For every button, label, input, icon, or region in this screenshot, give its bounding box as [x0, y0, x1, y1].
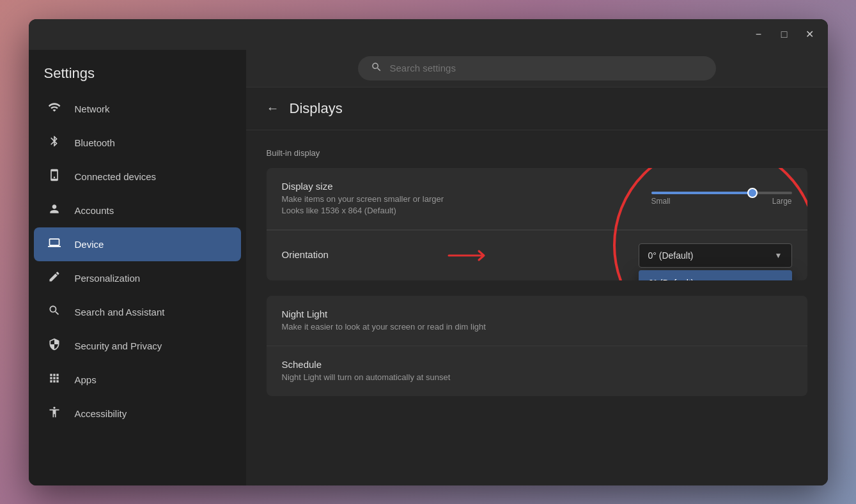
sidebar-item-personalization[interactable]: Personalization	[29, 261, 246, 295]
sidebar-item-accessibility-label: Accessibility	[75, 408, 127, 419]
sidebar-item-network[interactable]: Network	[29, 92, 246, 126]
laptop-icon	[47, 236, 62, 252]
display-size-slider[interactable]: Small Large	[651, 192, 792, 206]
sidebar-item-apps-label: Apps	[75, 374, 97, 385]
devices-icon	[47, 169, 62, 185]
display-size-info: Display size Make items on your screen s…	[282, 181, 651, 217]
wifi-icon	[47, 101, 62, 117]
night-light-row: Night Light Make it easier to look at yo…	[267, 296, 807, 346]
display-size-card: Display size Make items on your screen s…	[267, 168, 807, 280]
maximize-button[interactable]: □	[777, 27, 792, 42]
night-light-card: Night Light Make it easier to look at yo…	[267, 296, 807, 396]
schedule-label: Schedule	[282, 359, 792, 370]
sidebar-item-accounts[interactable]: Accounts	[29, 194, 246, 227]
annotation-arrow	[446, 246, 497, 265]
shield-icon	[47, 338, 62, 354]
sidebar: Settings Network	[29, 50, 246, 485]
sidebar-item-security-privacy[interactable]: Security and Privacy	[29, 329, 246, 363]
display-size-label: Display size	[282, 181, 651, 192]
orientation-current-value: 0° (Default)	[648, 250, 694, 261]
accessibility-icon	[47, 406, 62, 422]
close-button[interactable]: ✕	[802, 27, 818, 42]
slider-thumb[interactable]	[747, 188, 758, 198]
night-light-label: Night Light	[282, 309, 792, 319]
sidebar-item-connected-devices-label: Connected devices	[75, 171, 157, 182]
orientation-dropdown-menu: 0° (Default) 90° 180° 270°	[639, 270, 792, 280]
sidebar-item-connected-devices[interactable]: Connected devices	[29, 160, 246, 194]
orientation-option-0deg[interactable]: 0° (Default)	[639, 270, 792, 280]
orientation-control: 0° (Default) ▼ 0° (Default) 90° 180° 270…	[639, 243, 792, 268]
window-controls: − □ ✕	[751, 27, 818, 42]
sidebar-item-accounts-label: Accounts	[75, 205, 114, 216]
orientation-row: Orientation 0° (Default) ▼ 0° (Default) …	[267, 230, 807, 280]
minimize-button[interactable]: −	[751, 27, 767, 42]
search-bar[interactable]	[358, 56, 716, 80]
slider-labels: Small Large	[651, 197, 792, 206]
page-title: Displays	[290, 100, 343, 117]
display-size-control: Small Large	[651, 192, 792, 206]
sidebar-item-apps[interactable]: Apps	[29, 363, 246, 397]
arrow-svg	[446, 246, 497, 265]
pen-icon	[47, 270, 62, 286]
chevron-down-icon: ▼	[775, 251, 782, 260]
titlebar: − □ ✕	[29, 19, 828, 50]
sidebar-item-security-privacy-label: Security and Privacy	[75, 340, 162, 351]
settings-window: − □ ✕ Settings Network	[29, 19, 828, 485]
display-size-desc1: Make items on your screen smaller or lar…	[282, 194, 651, 205]
slider-max-label: Large	[772, 197, 792, 206]
search-icon	[371, 61, 382, 75]
apps-icon	[47, 372, 62, 388]
content-header: ← Displays	[246, 88, 828, 130]
night-light-desc: Make it easier to look at your screen or…	[282, 321, 792, 333]
section-builtin-display: Built-in display	[267, 148, 807, 158]
main-layout: Settings Network	[29, 50, 828, 485]
person-icon	[47, 202, 62, 218]
content-body: Built-in display Display size Make items…	[246, 130, 828, 485]
sidebar-item-device-label: Device	[75, 239, 104, 250]
display-size-desc2: Looks like 1536 x 864 (Default)	[282, 205, 651, 217]
night-light-info: Night Light Make it easier to look at yo…	[282, 309, 792, 333]
sidebar-item-network-label: Network	[75, 103, 110, 114]
slider-track	[651, 192, 792, 194]
sidebar-item-accessibility[interactable]: Accessibility	[29, 397, 246, 431]
sidebar-item-personalization-label: Personalization	[75, 273, 141, 284]
sidebar-item-device[interactable]: Device	[34, 227, 241, 261]
display-size-row: Display size Make items on your screen s…	[267, 168, 807, 230]
back-button[interactable]: ←	[267, 101, 279, 116]
schedule-row: Schedule Night Light will turn on automa…	[267, 346, 807, 396]
sidebar-item-search-assistant-label: Search and Assistant	[75, 307, 165, 317]
schedule-desc: Night Light will turn on automatically a…	[282, 372, 792, 383]
schedule-info: Schedule Night Light will turn on automa…	[282, 359, 792, 383]
slider-min-label: Small	[651, 197, 671, 206]
bluetooth-icon	[47, 135, 62, 151]
sidebar-title: Settings	[44, 65, 95, 81]
sidebar-item-search-assistant[interactable]: Search and Assistant	[29, 295, 246, 329]
slider-fill	[651, 192, 752, 194]
sidebar-item-bluetooth[interactable]: Bluetooth	[29, 126, 246, 160]
content-area: ← Displays Built-in display Display size…	[246, 50, 828, 485]
sidebar-header: Settings	[29, 50, 246, 92]
sidebar-nav: Network Bluetooth	[29, 92, 246, 485]
orientation-dropdown-trigger[interactable]: 0° (Default) ▼	[639, 243, 792, 268]
search-nav-icon	[47, 304, 62, 320]
search-input[interactable]	[390, 63, 703, 73]
sidebar-item-bluetooth-label: Bluetooth	[75, 137, 115, 148]
